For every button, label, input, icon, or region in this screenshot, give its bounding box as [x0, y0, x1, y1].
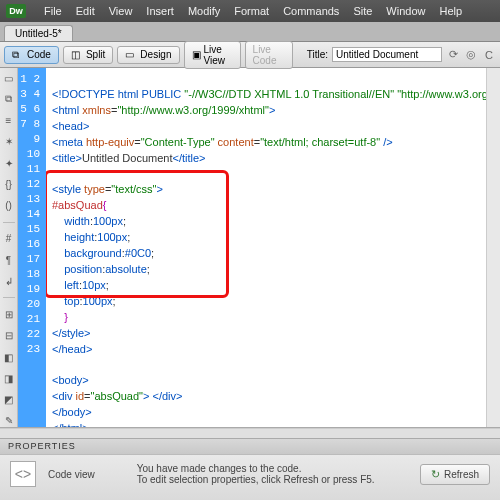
tool-icon[interactable]: ✎	[2, 415, 15, 427]
status-area	[0, 428, 500, 438]
title-label: Title:	[307, 49, 328, 60]
tool-icon[interactable]: ⊞	[2, 308, 15, 320]
document-toolbar: ⧉Code ◫Split ▭Design ▣Live View Live Cod…	[0, 42, 500, 68]
tool-icon[interactable]: ◨	[2, 372, 15, 384]
tool-icon[interactable]: ✶	[2, 136, 15, 148]
tool-icon[interactable]: ▭	[2, 72, 15, 84]
menu-site[interactable]: Site	[353, 5, 372, 17]
vertical-scrollbar[interactable]	[486, 68, 500, 427]
refresh-button[interactable]: Refresh	[420, 464, 490, 485]
tool-icon[interactable]: ↲	[2, 275, 15, 287]
menu-insert[interactable]: Insert	[146, 5, 174, 17]
menu-help[interactable]: Help	[439, 5, 462, 17]
code-view-button[interactable]: ⧉Code	[4, 46, 59, 64]
properties-header[interactable]: PROPERTIES	[0, 439, 500, 455]
tool-icon[interactable]: ()	[2, 200, 15, 212]
tool-icon[interactable]: ¶	[2, 254, 15, 266]
tool-icon[interactable]: ⊟	[2, 330, 15, 342]
tool-icon[interactable]: {}	[2, 178, 15, 190]
document-title-input[interactable]	[332, 47, 442, 62]
tool-icon[interactable]: ◩	[2, 393, 15, 405]
code-view-icon: <>	[10, 461, 36, 487]
tool-icon[interactable]: ≡	[2, 115, 15, 127]
code-editor: ▭ ⧉ ≡ ✶ ✦ {} () # ¶ ↲ ⊞ ⊟ ◧ ◨ ◩ ✎ 1 2 3 …	[0, 68, 500, 428]
menu-modify[interactable]: Modify	[188, 5, 220, 17]
tool-icon[interactable]: ⧉	[2, 93, 15, 105]
properties-mode-label: Code view	[48, 469, 95, 480]
toolbar-icon-3[interactable]: C	[482, 48, 496, 62]
menu-format[interactable]: Format	[234, 5, 269, 17]
design-icon: ▭	[125, 49, 137, 61]
menu-commands[interactable]: Commands	[283, 5, 339, 17]
split-icon: ◫	[71, 49, 83, 61]
app-logo: Dw	[6, 4, 26, 18]
main-menubar: Dw File Edit View Insert Modify Format C…	[0, 0, 500, 22]
document-tabbar: Untitled-5*	[0, 22, 500, 42]
menu-file[interactable]: File	[44, 5, 62, 17]
tool-icon[interactable]: #	[2, 233, 15, 245]
line-number-gutter: 1 2 3 4 5 6 7 8 9 10 11 12 13 14 15 16 1…	[18, 68, 46, 427]
properties-panel: PROPERTIES <> Code view You have made ch…	[0, 438, 500, 500]
code-toolbar-vertical: ▭ ⧉ ≡ ✶ ✦ {} () # ¶ ↲ ⊞ ⊟ ◧ ◨ ◩ ✎	[0, 68, 18, 427]
toolbar-icon-2[interactable]: ◎	[464, 48, 478, 62]
properties-message-2: To edit selection properties, click Refr…	[137, 474, 375, 485]
tool-icon[interactable]: ✦	[2, 157, 15, 169]
toolbar-icon-1[interactable]: ⟳	[446, 48, 460, 62]
live-icon: ▣	[192, 49, 201, 61]
code-content[interactable]: <!DOCTYPE html PUBLIC "-//W3C//DTD XHTML…	[46, 68, 486, 427]
properties-message-1: You have made changes to the code.	[137, 463, 375, 474]
split-view-button[interactable]: ◫Split	[63, 46, 113, 64]
menu-view[interactable]: View	[109, 5, 133, 17]
menu-window[interactable]: Window	[386, 5, 425, 17]
document-tab[interactable]: Untitled-5*	[4, 25, 73, 41]
design-view-button[interactable]: ▭Design	[117, 46, 179, 64]
live-view-button[interactable]: ▣Live View	[184, 41, 241, 69]
live-code-button[interactable]: Live Code	[245, 41, 293, 69]
code-icon: ⧉	[12, 49, 24, 61]
menu-edit[interactable]: Edit	[76, 5, 95, 17]
tool-icon[interactable]: ◧	[2, 351, 15, 363]
